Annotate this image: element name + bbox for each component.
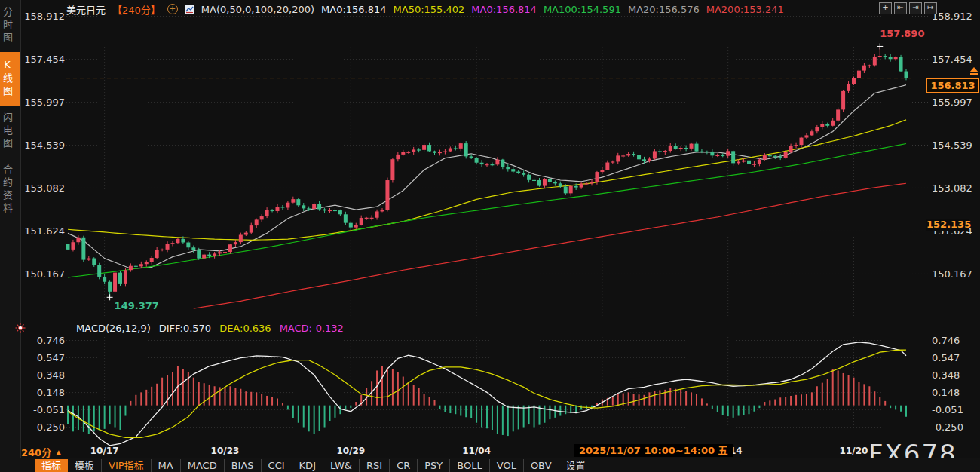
current-price-badge: 156.813 (926, 78, 979, 93)
svg-text:-0.250: -0.250 (33, 421, 65, 433)
macd-params-label: MACD(26,12,9) (76, 323, 151, 334)
indicator-settings-icon[interactable] (15, 323, 26, 333)
svg-text:154.539: 154.539 (24, 139, 65, 151)
chart-style-icon[interactable] (185, 5, 194, 14)
price-pin-icon (969, 67, 978, 75)
period-title: 【240分】 (112, 2, 161, 17)
svg-text:10/29: 10/29 (336, 446, 365, 456)
toolbar-item-bias[interactable]: BIAS (225, 459, 262, 472)
macd-header: MACD(26,12,9) DIFF:0.570 DEA:0.636 MACD:… (15, 322, 344, 334)
toolbar-item-psy[interactable]: PSY (418, 459, 450, 472)
toolbar-item-lw[interactable]: LW& (323, 459, 360, 472)
symbol-title: 美元日元 (66, 2, 106, 17)
ma-settings-label: MA(0,50,0,100,20,200) (201, 4, 314, 15)
ma200-value: MA200:153.241 (706, 4, 784, 15)
svg-text:149.377: 149.377 (115, 300, 159, 311)
toolbar-item-ma[interactable]: MA (152, 459, 181, 472)
ma20-value: MA20:156.576 (628, 4, 700, 15)
svg-text:158.912: 158.912 (932, 11, 972, 22)
toolbar-item-vip-indicators[interactable]: VIP指标 (102, 459, 152, 472)
compress-right-icon[interactable]: ⇥ (909, 2, 922, 14)
svg-text:155.997: 155.997 (24, 97, 65, 108)
macd-diff-value: DIFF:0.570 (159, 323, 211, 334)
zoom-out-icon[interactable]: + (167, 4, 178, 14)
svg-text:0.746: 0.746 (932, 335, 960, 346)
toolbar-item-macd[interactable]: MACD (181, 459, 225, 472)
ma50-value: MA50:155.402 (394, 4, 465, 15)
svg-text:0.547: 0.547 (932, 352, 960, 363)
svg-text:0.348: 0.348 (932, 369, 960, 381)
chart-header: 美元日元 【240分】 + MA(0,50,0,100,20,200) MA0:… (66, 2, 784, 16)
toolbar-item-obv[interactable]: OBV (524, 459, 559, 472)
price-macd-chart[interactable]: 158.912158.912157.454157.454155.997155.9… (0, 0, 980, 472)
toolbar-item-boll[interactable]: BOLL (450, 459, 489, 472)
svg-text:-0.051: -0.051 (932, 404, 963, 415)
svg-text:150.167: 150.167 (24, 268, 65, 280)
window-controls: + ⇤ ⇥ ↦ (879, 2, 937, 14)
svg-text:157.890: 157.890 (880, 28, 924, 39)
macd-hist-value: MACD:-0.132 (280, 323, 344, 334)
svg-text:154.539: 154.539 (932, 139, 972, 151)
hovered-candle-date-badge: 2025/11/07 10:00~14:00 五 (574, 444, 733, 457)
svg-text:0.148: 0.148 (37, 387, 65, 398)
svg-text:0.547: 0.547 (37, 352, 65, 363)
reference-price-badge: 152.135 (926, 219, 969, 231)
macd-dea-value: DEA:0.636 (219, 323, 271, 334)
crosshair-icon[interactable]: + (879, 2, 892, 14)
svg-text:-0.250: -0.250 (932, 421, 963, 433)
ma0-value: MA0:156.814 (321, 4, 387, 15)
toolbar-item-vol[interactable]: VOL (490, 459, 524, 472)
svg-text:0.148: 0.148 (932, 387, 960, 398)
toolbar-item-rsi[interactable]: RSI (360, 459, 390, 472)
toolbar-item-settings[interactable]: 设置 (559, 459, 593, 472)
chart-canvas[interactable]: 158.912158.912157.454157.454155.997155.9… (0, 0, 980, 472)
svg-text:0.746: 0.746 (37, 335, 65, 346)
svg-text:11/20: 11/20 (840, 446, 868, 456)
compress-left-icon[interactable]: ⇤ (894, 2, 907, 14)
pan-right-icon[interactable]: ↦ (924, 2, 937, 14)
svg-text:150.167: 150.167 (932, 268, 972, 280)
indicator-toolbar: 指标 模板 VIP指标 MA MACD BIAS CCI KDJ LW& RSI… (20, 458, 980, 472)
svg-text:151.624: 151.624 (24, 225, 65, 237)
svg-text:153.082: 153.082 (932, 182, 972, 194)
toolbar-item-cr[interactable]: CR (390, 459, 418, 472)
toolbar-item-cci[interactable]: CCI (262, 459, 292, 472)
svg-text:11/04: 11/04 (462, 446, 491, 456)
toolbar-item-templates[interactable]: 模板 (68, 459, 102, 472)
toolbar-item-indicators[interactable]: 指标 (35, 459, 68, 472)
svg-text:157.454: 157.454 (24, 54, 65, 65)
chart-app: { "header": { "symbol": "美元日元", "period"… (0, 0, 980, 472)
triangle-up-icon: ▲ (56, 449, 61, 456)
toolbar-item-kdj[interactable]: KDJ (292, 459, 323, 472)
svg-text:153.082: 153.082 (24, 182, 65, 194)
svg-text:155.997: 155.997 (932, 97, 972, 108)
ma100-value: MA100:154.591 (544, 4, 621, 15)
svg-text:158.912: 158.912 (24, 11, 65, 22)
svg-text:0.348: 0.348 (37, 369, 65, 381)
ma0-price-value: MA0:156.814 (471, 4, 537, 15)
svg-text:10/17: 10/17 (90, 446, 119, 456)
svg-text:-0.051: -0.051 (33, 404, 65, 415)
svg-text:157.454: 157.454 (932, 54, 972, 65)
svg-text:10/23: 10/23 (211, 446, 240, 456)
